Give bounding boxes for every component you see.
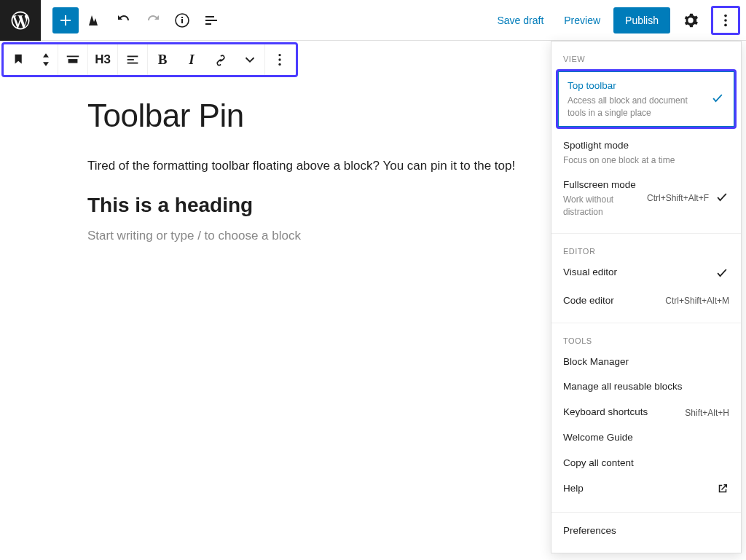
move-down-icon[interactable] [40,60,52,68]
menu-item-title: Keyboard shortcuts [563,406,679,419]
svg-rect-9 [67,56,79,58]
check-icon [715,266,729,283]
menu-item-title: Block Manager [563,355,729,369]
menu-item-title: Visual editor [563,266,709,280]
menu-section-tools-label: TOOLS [551,329,741,350]
block-mover[interactable] [34,51,58,68]
svg-point-15 [278,58,280,60]
menu-item-welcome-guide[interactable]: Welcome Guide [551,425,741,451]
preview-button[interactable]: Preview [557,9,608,32]
svg-point-7 [724,19,727,22]
menu-item-desc: Focus on one block at a time [563,154,729,167]
menu-item-copy-all[interactable]: Copy all content [551,451,741,476]
menu-item-keyboard-shortcuts[interactable]: Keyboard shortcuts Shift+Alt+H [551,400,741,425]
svg-rect-2 [181,17,183,18]
menu-item-shortcut: Ctrl+Shift+Alt+F [647,193,709,203]
editor-topbar: Save draft Preview Publish [0,0,746,41]
menu-item-reusable-blocks[interactable]: Manage all reusable blocks [551,374,741,400]
menu-item-title: Preferences [563,524,729,538]
italic-button[interactable]: I [177,44,206,76]
list-view-button[interactable] [198,7,224,33]
block-options-button[interactable] [265,44,294,76]
move-up-icon[interactable] [40,51,52,60]
text-align-button[interactable] [118,44,147,76]
redo-button[interactable] [140,7,166,33]
publish-button[interactable]: Publish [613,7,670,33]
menu-item-title: Help [563,482,716,496]
svg-rect-10 [68,59,78,63]
menu-item-title: Welcome Guide [563,431,729,445]
menu-item-title: Code editor [563,294,659,308]
svg-rect-3 [205,16,214,17]
select-tool-button[interactable] [82,7,108,33]
block-type-icon[interactable] [5,44,34,76]
svg-rect-5 [205,23,211,25]
wordpress-logo[interactable] [0,0,41,41]
details-button[interactable] [169,7,195,33]
undo-button[interactable] [111,7,137,33]
settings-button[interactable] [676,6,705,35]
block-toolbar: H3 B I [1,42,298,77]
check-icon [715,190,729,207]
bold-button[interactable]: B [148,44,177,76]
svg-rect-1 [181,19,183,23]
align-button[interactable] [58,44,87,76]
menu-item-title: Top toolbar [568,79,704,93]
svg-rect-12 [127,59,134,60]
heading-level-button[interactable]: H3 [88,44,117,76]
svg-rect-4 [205,20,217,21]
menu-item-desc: Access all block and document tools in a… [568,95,704,119]
svg-point-8 [724,23,727,26]
external-link-icon [716,482,729,497]
svg-point-6 [724,14,727,17]
menu-section-editor-label: EDITOR [551,240,741,260]
svg-point-14 [278,54,280,56]
menu-item-top-toolbar[interactable]: Top toolbar Access all block and documen… [558,71,734,127]
svg-point-16 [278,63,280,66]
menu-item-top-toolbar-highlight: Top toolbar Access all block and documen… [556,69,737,129]
menu-item-shortcut: Shift+Alt+H [685,408,729,418]
menu-item-block-manager[interactable]: Block Manager [551,350,741,375]
svg-rect-13 [127,63,138,64]
menu-item-spotlight-mode[interactable]: Spotlight mode Focus on one block at a t… [551,133,741,173]
menu-item-desc: Work without distraction [563,194,636,218]
menu-item-title: Fullscreen mode [563,178,641,192]
options-menu-button[interactable] [711,6,740,35]
options-menu: VIEW Top toolbar Access all block and do… [551,41,742,553]
more-rich-text-button[interactable] [235,44,264,76]
add-block-button[interactable] [52,7,79,33]
check-icon [710,91,725,108]
topbar-right-tools: Save draft Preview Publish [490,6,746,35]
menu-item-preferences[interactable]: Preferences [551,518,741,544]
svg-rect-11 [127,56,138,58]
menu-item-help[interactable]: Help [551,476,741,503]
topbar-left-tools [41,7,224,33]
menu-item-fullscreen-mode[interactable]: Fullscreen mode Work without distraction… [551,173,741,224]
menu-item-title: Manage all reusable blocks [563,380,729,394]
menu-item-visual-editor[interactable]: Visual editor [551,260,741,288]
menu-item-code-editor[interactable]: Code editor Ctrl+Shift+Alt+M [551,288,741,314]
menu-section-view-label: VIEW [551,47,741,68]
link-button[interactable] [206,44,235,76]
menu-item-title: Copy all content [563,457,729,470]
save-draft-button[interactable]: Save draft [490,9,551,32]
menu-item-title: Spotlight mode [563,139,729,153]
menu-item-shortcut: Ctrl+Shift+Alt+M [665,296,729,306]
